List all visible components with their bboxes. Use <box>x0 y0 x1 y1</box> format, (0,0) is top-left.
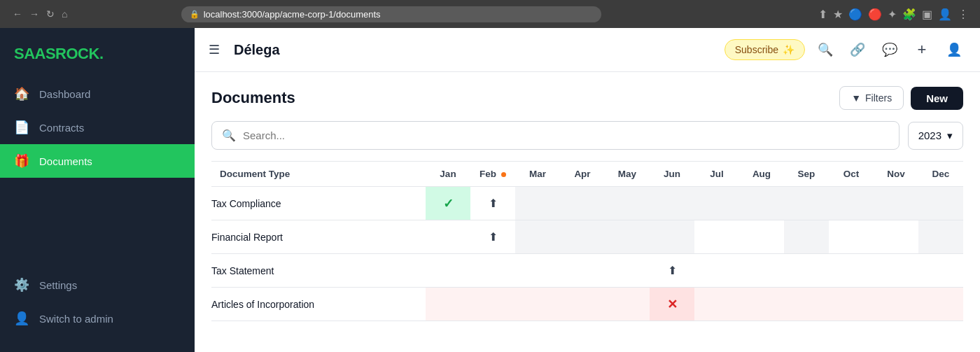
documents-table-container: Document Type Jan Feb Mar Apr May Jun Ju… <box>211 161 963 338</box>
sidebar-label-dashboard: Dashboard <box>39 88 90 100</box>
add-button[interactable]: + <box>910 38 934 62</box>
back-icon[interactable]: ← <box>11 7 24 21</box>
sidebar-item-switch-admin[interactable]: 👤 Switch to admin <box>0 302 195 335</box>
cell-aug-0[interactable] <box>739 187 784 220</box>
menu-icon[interactable]: ⋮ <box>958 8 969 21</box>
table-row: Tax Statement⬆ <box>211 254 963 288</box>
sidebar-item-dashboard[interactable]: 🏠 Dashboard <box>0 77 195 111</box>
table-row: Tax Compliance✓⬆ <box>211 187 963 220</box>
comment-icon: 💬 <box>882 42 897 57</box>
col-header-nov: Nov <box>874 162 918 187</box>
cell-mar-0[interactable] <box>515 187 560 220</box>
cell-feb-2[interactable] <box>470 254 515 288</box>
col-header-dec: Dec <box>918 162 963 187</box>
sidebar-item-contracts[interactable]: 📄 Contracts <box>0 111 195 144</box>
cell-jun-1[interactable] <box>650 220 694 254</box>
contracts-nav-icon: 📄 <box>14 120 29 135</box>
sidebar-logo: SAASROCK. <box>0 39 195 77</box>
cell-feb-3[interactable] <box>470 288 515 321</box>
cell-jan-0[interactable]: ✓ <box>426 187 470 220</box>
extension-icon-1[interactable]: 🔵 <box>848 8 862 21</box>
layout-icon[interactable]: ▣ <box>922 8 932 21</box>
star-icon[interactable]: ★ <box>833 8 843 21</box>
cell-mar-2[interactable] <box>515 254 560 288</box>
cell-jun-2[interactable]: ⬆ <box>650 254 694 288</box>
search-input[interactable] <box>243 129 889 141</box>
cell-jan-3[interactable] <box>426 288 470 321</box>
profile-icon[interactable]: 👤 <box>938 8 952 21</box>
cell-mar-1[interactable] <box>515 220 560 254</box>
cell-aug-2[interactable] <box>739 254 784 288</box>
logo-text: SAASROCK <box>14 45 99 62</box>
cell-jan-2[interactable] <box>426 254 470 288</box>
address-bar[interactable]: 🔒 localhost:3000/app/acme-corp-1/documen… <box>181 6 601 22</box>
extension-icon-2[interactable]: 🔴 <box>868 8 882 21</box>
filters-button[interactable]: ▼ Filters <box>839 86 904 110</box>
plus-icon: + <box>918 41 927 59</box>
cell-nov-2[interactable] <box>874 254 918 288</box>
puzzle-icon[interactable]: 🧩 <box>902 8 916 21</box>
cell-aug-1[interactable] <box>739 220 784 254</box>
link-button[interactable]: 🔗 <box>846 38 869 62</box>
forward-icon[interactable]: → <box>28 7 41 21</box>
cell-oct-0[interactable] <box>829 187 874 220</box>
cell-sep-0[interactable] <box>784 187 829 220</box>
search-header-icon: 🔍 <box>818 42 833 57</box>
share-icon[interactable]: ⬆ <box>818 8 827 21</box>
col-header-doc-type: Document Type <box>211 162 426 187</box>
link-icon: 🔗 <box>850 42 865 57</box>
cell-may-0[interactable] <box>605 187 650 220</box>
cell-sep-2[interactable] <box>784 254 829 288</box>
cell-feb-0[interactable]: ⬆ <box>470 187 515 220</box>
cell-oct-1[interactable] <box>829 220 874 254</box>
cell-dec-0[interactable] <box>918 187 963 220</box>
cell-may-2[interactable] <box>605 254 650 288</box>
upload-icon: ⬆ <box>668 265 677 276</box>
cell-may-1[interactable] <box>605 220 650 254</box>
cell-jul-1[interactable] <box>694 220 739 254</box>
cell-may-3[interactable] <box>605 288 650 321</box>
year-selector[interactable]: 2023 ▾ <box>908 122 963 150</box>
sidebar: SAASROCK. 🏠 Dashboard 📄 Contracts 🎁 Docu… <box>0 28 195 352</box>
hamburger-icon[interactable]: ☰ <box>209 42 220 57</box>
cell-nov-3[interactable] <box>874 288 918 321</box>
cell-jul-3[interactable] <box>694 288 739 321</box>
cell-sep-3[interactable] <box>784 288 829 321</box>
cell-jun-3[interactable]: ✕ <box>650 288 694 321</box>
comment-button[interactable]: 💬 <box>878 38 902 62</box>
cell-jul-2[interactable] <box>694 254 739 288</box>
refresh-icon[interactable]: ↻ <box>45 7 56 21</box>
cell-dec-1[interactable] <box>918 220 963 254</box>
cell-oct-3[interactable] <box>829 288 874 321</box>
check-icon: ✓ <box>443 197 454 211</box>
subscribe-button[interactable]: Subscribe ✨ <box>724 39 805 60</box>
cell-mar-3[interactable] <box>515 288 560 321</box>
sidebar-item-documents[interactable]: 🎁 Documents <box>0 144 195 178</box>
col-header-apr: Apr <box>560 162 605 187</box>
logo-accent: . <box>99 45 104 62</box>
profile-header-button[interactable]: 👤 <box>942 38 966 62</box>
browser-chrome: ← → ↻ ⌂ 🔒 localhost:3000/app/acme-corp-1… <box>0 0 980 28</box>
sidebar-label-documents: Documents <box>39 155 92 167</box>
cell-apr-2[interactable] <box>560 254 605 288</box>
cell-jul-0[interactable] <box>694 187 739 220</box>
search-header-button[interactable]: 🔍 <box>813 38 837 62</box>
home-icon[interactable]: ⌂ <box>60 7 69 21</box>
cell-dec-3[interactable] <box>918 288 963 321</box>
search-bar: 🔍 <box>211 121 899 150</box>
cell-jun-0[interactable] <box>650 187 694 220</box>
cell-apr-3[interactable] <box>560 288 605 321</box>
cell-sep-1[interactable] <box>784 220 829 254</box>
cell-feb-1[interactable]: ⬆ <box>470 220 515 254</box>
cell-apr-0[interactable] <box>560 187 605 220</box>
sidebar-item-settings[interactable]: ⚙️ Settings <box>0 268 195 302</box>
cell-nov-1[interactable] <box>874 220 918 254</box>
new-button[interactable]: New <box>911 87 963 110</box>
cell-dec-2[interactable] <box>918 254 963 288</box>
cell-oct-2[interactable] <box>829 254 874 288</box>
extension-icon-3[interactable]: ✦ <box>888 8 897 21</box>
cell-jan-1[interactable] <box>426 220 470 254</box>
cell-aug-3[interactable] <box>739 288 784 321</box>
cell-apr-1[interactable] <box>560 220 605 254</box>
cell-nov-0[interactable] <box>874 187 918 220</box>
